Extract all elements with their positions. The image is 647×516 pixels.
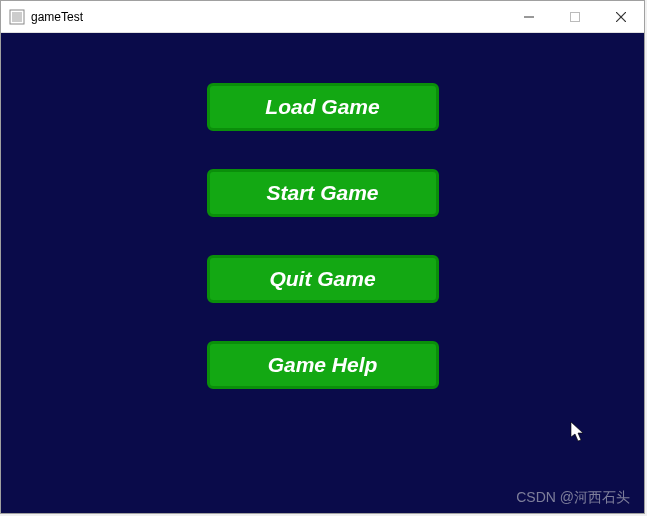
close-button[interactable]: [598, 1, 644, 32]
menu-button-label: Load Game: [265, 95, 379, 119]
minimize-button[interactable]: [506, 1, 552, 32]
app-icon: [9, 9, 25, 25]
app-title: gameTest: [31, 10, 83, 24]
svg-rect-1: [12, 12, 22, 22]
cursor-icon: [570, 421, 586, 443]
maximize-button[interactable]: [552, 1, 598, 32]
window-controls: [506, 1, 644, 32]
watermark-text: CSDN @河西石头: [516, 489, 630, 507]
titlebar-left: gameTest: [9, 9, 83, 25]
svg-rect-3: [571, 12, 580, 21]
menu-button-label: Start Game: [266, 181, 378, 205]
load-game-button[interactable]: Load Game: [207, 83, 439, 131]
start-game-button[interactable]: Start Game: [207, 169, 439, 217]
game-help-button[interactable]: Game Help: [207, 341, 439, 389]
menu-button-label: Quit Game: [269, 267, 375, 291]
menu-button-label: Game Help: [268, 353, 378, 377]
game-main-menu: Load Game Start Game Quit Game Game Help…: [1, 33, 644, 513]
quit-game-button[interactable]: Quit Game: [207, 255, 439, 303]
app-window: gameTest Load Game Start Game Quit Game …: [0, 0, 645, 514]
titlebar: gameTest: [1, 1, 644, 33]
